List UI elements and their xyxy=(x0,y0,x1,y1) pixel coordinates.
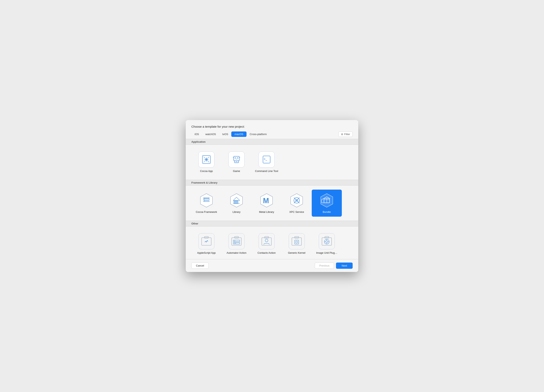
svg-line-6 xyxy=(207,160,209,162)
template-automator[interactable]: Automator Action xyxy=(221,231,252,258)
library-icon-box xyxy=(229,192,244,208)
bundle-icon xyxy=(319,192,335,208)
tab-watchos[interactable]: watchOS xyxy=(202,132,219,137)
template-applescript[interactable]: AppleScript App xyxy=(191,231,221,258)
template-generic-kernel[interactable]: Generic Kernel xyxy=(282,231,312,258)
section-framework: Framework & Library xyxy=(186,180,358,186)
template-library[interactable]: Library xyxy=(221,190,252,217)
application-grid: Cocoa App xyxy=(191,145,353,180)
scroll-area[interactable]: Application xyxy=(186,139,358,259)
game-label: Game xyxy=(233,170,240,173)
footer-right: Previous Next xyxy=(315,263,353,269)
cocoa-app-icon xyxy=(201,155,211,164)
library-icon xyxy=(229,192,244,208)
generic-kernel-icon xyxy=(291,236,302,247)
metal-library-label: Metal Library xyxy=(259,210,274,214)
svg-point-60 xyxy=(296,241,298,243)
image-unit-icon-box xyxy=(319,233,335,249)
xpc-service-icon xyxy=(289,192,305,208)
template-command-line[interactable]: >_ Command Line Tool xyxy=(252,149,282,176)
game-icon-box xyxy=(229,151,244,167)
other-grid: AppleScript App Automato xyxy=(191,226,353,259)
xpc-service-icon-box xyxy=(289,192,305,208)
cocoa-framework-icon-box xyxy=(198,192,214,208)
template-game[interactable]: Game xyxy=(221,149,252,176)
tabs-row: iOS watchOS tvOS macOS Cross-platform ⊜ … xyxy=(191,132,353,139)
svg-line-5 xyxy=(204,160,206,162)
template-contacts[interactable]: Contacts Action xyxy=(252,231,282,258)
contacts-icon-box xyxy=(259,233,275,249)
image-unit-label: Image Unit Plug… xyxy=(316,251,337,255)
tab-crossplatform[interactable]: Cross-platform xyxy=(247,132,270,137)
svg-rect-9 xyxy=(235,157,236,158)
dialog-title: Choose a template for your new project: xyxy=(191,125,353,128)
image-unit-icon xyxy=(322,236,332,247)
cocoa-app-icon-box xyxy=(198,151,214,167)
template-metal-library[interactable]: M Metal Library xyxy=(252,190,282,217)
contacts-label: Contacts Action xyxy=(258,251,276,255)
section-application: Application xyxy=(186,139,358,145)
cocoa-framework-label: Cocoa Framework xyxy=(196,210,217,214)
template-cocoa-app[interactable]: Cocoa App xyxy=(191,149,221,176)
cocoa-app-label: Cocoa App xyxy=(200,170,213,173)
xpc-service-label: XPC Service xyxy=(289,210,304,214)
contacts-icon xyxy=(261,236,272,247)
svg-text:M: M xyxy=(263,197,269,205)
automator-label: Automator Action xyxy=(227,251,247,255)
previous-button[interactable]: Previous xyxy=(315,263,334,269)
automator-icon xyxy=(231,236,242,247)
dialog-content: Choose a template for your new project: … xyxy=(186,120,358,259)
metal-library-icon: M xyxy=(259,192,275,208)
game-icon xyxy=(232,155,241,164)
template-cocoa-framework[interactable]: Cocoa Framework xyxy=(191,190,221,217)
cocoa-framework-icon xyxy=(198,192,214,208)
command-line-label: Command Line Tool xyxy=(255,170,278,173)
filter-icon: ⊜ xyxy=(341,133,343,136)
bundle-icon-box xyxy=(319,192,335,208)
automator-icon-box xyxy=(229,233,244,249)
dialog-footer: Cancel Previous Next xyxy=(186,259,358,272)
svg-point-56 xyxy=(265,239,268,242)
cancel-button[interactable]: Cancel xyxy=(191,263,209,269)
svg-rect-46 xyxy=(201,238,211,245)
template-image-unit[interactable]: Image Unit Plug… xyxy=(312,231,342,258)
svg-rect-59 xyxy=(295,240,299,244)
svg-rect-10 xyxy=(237,157,238,158)
svg-line-4 xyxy=(207,157,209,159)
svg-rect-54 xyxy=(262,238,271,245)
template-bundle[interactable]: Bundle xyxy=(312,190,342,217)
tab-ios[interactable]: iOS xyxy=(191,132,202,137)
applescript-icon-box xyxy=(198,233,214,249)
applescript-icon xyxy=(201,236,212,247)
svg-marker-19 xyxy=(200,194,213,207)
tab-macos[interactable]: macOS xyxy=(231,132,246,137)
framework-grid: Cocoa Framework xyxy=(191,186,353,221)
filter-button[interactable]: ⊜ Filter xyxy=(338,132,353,137)
svg-point-64 xyxy=(326,241,328,243)
generic-kernel-label: Generic Kernel xyxy=(288,251,306,255)
metal-library-icon-box: M xyxy=(259,192,275,208)
template-xpc-service[interactable]: XPC Service xyxy=(282,190,312,217)
svg-rect-8 xyxy=(234,156,239,161)
generic-kernel-icon-box xyxy=(289,233,305,249)
tab-tvos[interactable]: tvOS xyxy=(219,132,231,137)
section-other: Other xyxy=(186,221,358,226)
applescript-label: AppleScript App xyxy=(197,251,216,255)
tab-buttons: iOS watchOS tvOS macOS Cross-platform xyxy=(191,132,338,137)
new-project-dialog: Choose a template for your new project: … xyxy=(186,120,358,272)
svg-line-3 xyxy=(204,157,206,159)
command-line-icon: >_ xyxy=(262,155,271,164)
next-button[interactable]: Next xyxy=(336,263,353,269)
command-line-icon-box: >_ xyxy=(259,151,275,167)
library-label: Library xyxy=(232,210,241,214)
svg-text:>_: >_ xyxy=(264,157,267,161)
bundle-label: Bundle xyxy=(323,210,331,214)
filter-label: Filter xyxy=(344,133,350,136)
